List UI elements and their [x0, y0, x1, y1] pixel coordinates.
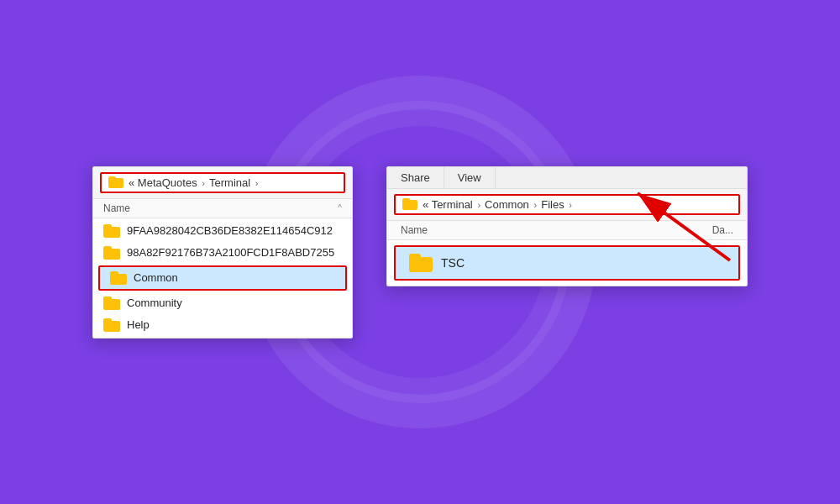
folder-icon: [103, 318, 120, 332]
list-item[interactable]: Help: [93, 314, 352, 336]
tab-view[interactable]: View: [444, 167, 496, 188]
list-item[interactable]: 98A82F92176B73A2100FCD1F8ABD7255: [93, 242, 352, 264]
file-name: Common: [134, 271, 178, 284]
list-item[interactable]: 9FAA9828042CB36DE8382E114654C912: [93, 220, 352, 242]
list-item[interactable]: Community: [93, 292, 352, 314]
right-address-bar: « Terminal › Common › Files ›: [387, 189, 747, 221]
right-path-part1: Terminal: [432, 198, 473, 211]
folder-icon: [108, 176, 123, 188]
left-chevron: «: [129, 176, 134, 189]
right-address-text: « Terminal › Common › Files ›: [423, 198, 574, 211]
tsc-selected-wrapper: TSC: [394, 245, 740, 281]
right-path-part3: Files: [541, 198, 564, 211]
right-file-list: TSC: [387, 240, 747, 286]
folder-icon: [402, 198, 417, 210]
folder-icon: [103, 224, 120, 238]
tab-share[interactable]: Share: [387, 167, 444, 188]
common-selected-wrapper: Common: [98, 265, 347, 291]
right-column-header: Name Da...: [387, 221, 747, 240]
right-chevron: «: [423, 198, 428, 211]
file-name: 9FAA9828042CB36DE8382E114654C912: [127, 224, 333, 237]
left-end-chevron: ›: [255, 178, 259, 188]
file-name-tsc: TSC: [441, 256, 465, 270]
left-address-bar: « MetaQuotes › Terminal ›: [93, 167, 352, 199]
folder-icon-large: [409, 254, 433, 272]
left-column-header: Name ^: [93, 199, 352, 218]
left-separator1: ›: [202, 178, 207, 188]
left-name-col: Name: [103, 202, 130, 214]
left-address-bar-content[interactable]: « MetaQuotes › Terminal ›: [100, 172, 345, 193]
left-file-list: 9FAA9828042CB36DE8382E114654C912 98A82F9…: [93, 218, 352, 338]
folder-icon: [110, 271, 127, 285]
right-path-part2: Common: [485, 198, 529, 211]
right-name-col: Name: [401, 224, 428, 236]
list-item-tsc[interactable]: TSC: [396, 247, 738, 279]
left-path-part2: Terminal: [209, 176, 250, 189]
list-item-common[interactable]: Common: [100, 267, 345, 289]
right-date-col: Da...: [712, 224, 733, 236]
folder-icon: [103, 297, 120, 310]
left-sort-arrow: ^: [338, 203, 342, 213]
file-name: 98A82F92176B73A2100FCD1F8ABD7255: [127, 246, 334, 259]
file-name: Community: [127, 297, 182, 309]
left-address-text: « MetaQuotes › Terminal ›: [129, 176, 260, 189]
folder-icon: [103, 246, 120, 260]
right-explorer-panel: Share View « Terminal › Common › Files ›: [386, 166, 748, 286]
right-address-bar-content[interactable]: « Terminal › Common › Files ›: [394, 194, 740, 215]
right-topbar: Share View: [387, 167, 747, 189]
left-explorer-panel: « MetaQuotes › Terminal › Name ^ 9FAA982…: [92, 166, 353, 339]
file-name: Help: [127, 318, 150, 331]
panels-container: « MetaQuotes › Terminal › Name ^ 9FAA982…: [92, 166, 748, 339]
left-path-part1: MetaQuotes: [138, 176, 197, 189]
